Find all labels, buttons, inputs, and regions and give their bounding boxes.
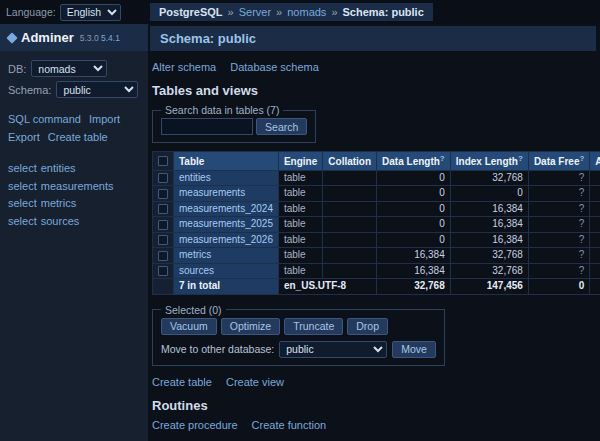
table-name-link[interactable]: sources (179, 265, 214, 276)
row-checkbox[interactable] (158, 220, 168, 230)
schema-selector-row: Schema: public (0, 77, 148, 98)
table-name-link[interactable]: metrics (179, 249, 211, 260)
breadcrumb-system: PostgreSQL (159, 6, 223, 18)
engine-cell: table (278, 186, 322, 202)
database-schema-link[interactable]: Database schema (230, 61, 319, 73)
table-name-cell: measurements (174, 186, 279, 202)
engine-cell: table (278, 217, 322, 233)
collation-cell (323, 186, 377, 202)
table-name-link[interactable]: measurements (179, 187, 245, 198)
row-select-cell (153, 170, 174, 186)
table-row: metrics table 16,384 32,768 ? ? ? (153, 248, 600, 264)
engine-cell: table (278, 232, 322, 248)
sidebar-table-item: selectmetrics (8, 195, 140, 213)
bulk-action-button[interactable]: Vacuum (161, 318, 217, 335)
index-length-cell: 16,384 (450, 201, 528, 217)
sidebar-import-link[interactable]: Import (89, 113, 120, 125)
db-select[interactable]: nomads (31, 60, 107, 77)
create-link[interactable]: Create table (152, 376, 212, 388)
bulk-action-button[interactable]: Drop (347, 318, 388, 335)
routine-create-link[interactable]: Create procedure (152, 419, 238, 431)
row-checkbox[interactable] (158, 266, 168, 276)
auto-increment-cell: ? (590, 248, 600, 264)
sidebar-table-item: selectmeasurements (8, 178, 140, 196)
collation-cell (323, 217, 377, 233)
breadcrumb-database-link[interactable]: nomads (287, 6, 326, 18)
table-name-link[interactable]: measurements_2024 (179, 203, 273, 214)
row-select-cell (153, 186, 174, 202)
column-help-link[interactable]: ? (518, 154, 523, 163)
select-data-link[interactable]: select (8, 197, 37, 209)
schema-actions: Alter schemaDatabase schema (152, 61, 596, 73)
select-data-link[interactable]: select (8, 215, 37, 227)
column-header: Collation (323, 152, 377, 171)
select-data-link[interactable]: select (8, 162, 37, 174)
data-length-cell: 0 (377, 232, 451, 248)
bulk-action-button[interactable]: Truncate (284, 318, 343, 335)
search-input[interactable] (161, 118, 253, 135)
column-help-link[interactable]: ? (440, 154, 445, 163)
language-label: Language: (6, 6, 56, 18)
sidebar-sql-command-link[interactable]: SQL command (8, 113, 81, 125)
collation-cell (323, 201, 377, 217)
collation-cell (323, 170, 377, 186)
sidebar-table-link[interactable]: measurements (41, 180, 114, 192)
select-data-link[interactable]: select (8, 180, 37, 192)
routine-links: Create procedureCreate function (152, 419, 596, 431)
data-length-cell: 0 (377, 170, 451, 186)
sidebar-table-link[interactable]: metrics (41, 197, 76, 209)
breadcrumb-separator: » (228, 6, 234, 18)
data-free-cell: ? (528, 232, 589, 248)
table-name-cell: sources (174, 263, 279, 279)
row-checkbox[interactable] (158, 204, 168, 214)
collation-cell (323, 232, 377, 248)
language-select[interactable]: English (60, 4, 121, 21)
breadcrumb-server-link[interactable]: Server (239, 6, 271, 18)
sidebar-table-list: selectentities selectmeasurements select… (0, 160, 148, 230)
data-length-cell: 16,384 (377, 263, 451, 279)
column-header-label: Auto Increment (595, 156, 600, 167)
table-name-cell: entities (174, 170, 279, 186)
alter-schema-link[interactable]: Alter schema (152, 61, 216, 73)
move-button[interactable]: Move (392, 341, 436, 358)
data-free-cell: ? (528, 263, 589, 279)
table-row: measurements_2024 table 0 16,384 ? ? ? (153, 201, 600, 217)
sidebar-table-link[interactable]: entities (41, 162, 76, 174)
total-collation-cell: en_US.UTF-8 (278, 279, 376, 295)
move-database-select[interactable]: public (279, 341, 387, 358)
column-help-link[interactable]: ? (579, 154, 584, 163)
column-header-label: Index Length (456, 156, 518, 167)
adminer-home-link[interactable]: Adminer (21, 30, 74, 45)
auto-increment-cell: ? (590, 170, 600, 186)
row-checkbox[interactable] (158, 235, 168, 245)
breadcrumb-current: Schema: public (343, 6, 424, 18)
row-checkbox[interactable] (158, 189, 168, 199)
index-length-cell: 0 (450, 186, 528, 202)
select-all-checkbox[interactable] (158, 156, 168, 166)
sidebar-table-link[interactable]: sources (41, 215, 80, 227)
sidebar-create-table-link[interactable]: Create table (48, 131, 108, 143)
schema-select[interactable]: public (56, 81, 138, 98)
breadcrumb-separator: » (331, 6, 337, 18)
table-row: measurements_2025 table 0 16,384 ? ? ? (153, 217, 600, 233)
version-new-link[interactable]: 5.4.1 (101, 33, 120, 43)
tables-and-views-heading: Tables and views (152, 83, 596, 98)
sidebar-export-link[interactable]: Export (8, 131, 40, 143)
table-name-cell: measurements_2024 (174, 201, 279, 217)
language-bar: Language: English (0, 4, 148, 21)
column-header-label: Table (179, 156, 204, 167)
bulk-action-button[interactable]: Optimize (221, 318, 280, 335)
search-button[interactable]: Search (256, 118, 307, 135)
auto-increment-cell: ? (590, 217, 600, 233)
table-name-link[interactable]: measurements_2025 (179, 218, 273, 229)
index-length-cell: 32,768 (450, 263, 528, 279)
routine-create-link[interactable]: Create function (252, 419, 327, 431)
create-link[interactable]: Create view (226, 376, 284, 388)
index-length-cell: 16,384 (450, 217, 528, 233)
table-name-link[interactable]: entities (179, 172, 211, 183)
row-checkbox[interactable] (158, 173, 168, 183)
row-checkbox[interactable] (158, 251, 168, 261)
main-content: Schema: public Alter schemaDatabase sche… (148, 24, 600, 441)
table-name-link[interactable]: measurements_2026 (179, 234, 273, 245)
top-bar: Language: English PostgreSQL » Server » … (0, 0, 600, 24)
